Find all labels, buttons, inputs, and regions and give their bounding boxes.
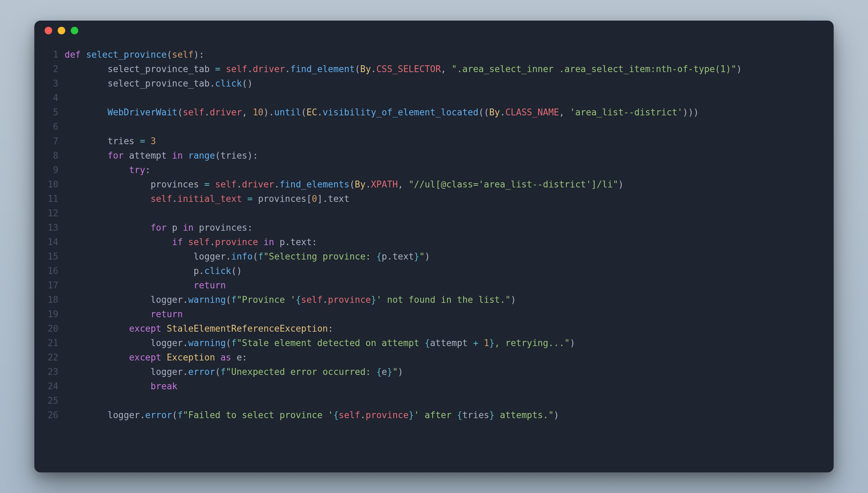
code-line: logger.info(f"Selecting province: {p.tex… bbox=[65, 249, 823, 264]
code-window: 1234567891011121314151617181920212223242… bbox=[34, 21, 834, 472]
line-number: 6 bbox=[38, 119, 58, 134]
line-number: 21 bbox=[38, 336, 58, 350]
line-number: 25 bbox=[38, 393, 58, 408]
close-icon[interactable] bbox=[45, 27, 52, 34]
line-number: 22 bbox=[38, 350, 58, 365]
code-line: if self.province in p.text: bbox=[65, 235, 823, 249]
line-number-gutter: 1234567891011121314151617181920212223242… bbox=[38, 47, 65, 422]
line-number: 15 bbox=[38, 249, 58, 264]
line-number: 10 bbox=[38, 177, 58, 192]
line-number: 1 bbox=[38, 47, 58, 62]
line-number: 11 bbox=[38, 192, 58, 206]
line-number: 5 bbox=[38, 105, 58, 119]
code-line: p.click() bbox=[65, 264, 823, 278]
code-line: for attempt in range(tries): bbox=[65, 148, 823, 163]
code-content: def select_province(self): select_provin… bbox=[65, 47, 823, 422]
code-line: select_province_tab = self.driver.find_e… bbox=[65, 62, 823, 76]
line-number: 4 bbox=[38, 91, 58, 105]
code-line: except Exception as e: bbox=[65, 350, 823, 365]
code-line: return bbox=[65, 278, 823, 293]
line-number: 24 bbox=[38, 379, 58, 393]
code-line: self.initial_text = provinces[0].text bbox=[65, 192, 823, 206]
code-line bbox=[65, 119, 823, 134]
code-editor: 1234567891011121314151617181920212223242… bbox=[34, 41, 834, 433]
line-number: 12 bbox=[38, 206, 58, 220]
line-number: 14 bbox=[38, 235, 58, 249]
code-line: for p in provinces: bbox=[65, 220, 823, 235]
code-line: try: bbox=[65, 163, 823, 177]
code-line: logger.error(f"Failed to select province… bbox=[65, 408, 823, 422]
code-line bbox=[65, 393, 823, 408]
line-number: 16 bbox=[38, 264, 58, 278]
code-line: logger.error(f"Unexpected error occurred… bbox=[65, 365, 823, 379]
code-line: except StaleElementReferenceException: bbox=[65, 321, 823, 336]
code-line: WebDriverWait(self.driver, 10).until(EC.… bbox=[65, 105, 823, 119]
line-number: 8 bbox=[38, 148, 58, 163]
code-line bbox=[65, 91, 823, 105]
line-number: 23 bbox=[38, 365, 58, 379]
code-line: provinces = self.driver.find_elements(By… bbox=[65, 177, 823, 192]
line-number: 3 bbox=[38, 76, 58, 91]
line-number: 20 bbox=[38, 321, 58, 336]
line-number: 18 bbox=[38, 293, 58, 307]
code-line: logger.warning(f"Province '{self.provinc… bbox=[65, 293, 823, 307]
window-titlebar bbox=[34, 21, 834, 41]
code-line bbox=[65, 206, 823, 220]
line-number: 7 bbox=[38, 134, 58, 148]
code-line: select_province_tab.click() bbox=[65, 76, 823, 91]
code-line: return bbox=[65, 307, 823, 321]
minimize-icon[interactable] bbox=[58, 27, 65, 34]
line-number: 26 bbox=[38, 408, 58, 422]
line-number: 17 bbox=[38, 278, 58, 293]
line-number: 13 bbox=[38, 220, 58, 235]
code-line: tries = 3 bbox=[65, 134, 823, 148]
code-line: logger.warning(f"Stale element detected … bbox=[65, 336, 823, 350]
code-line: def select_province(self): bbox=[65, 47, 823, 62]
line-number: 2 bbox=[38, 62, 58, 76]
zoom-icon[interactable] bbox=[71, 27, 78, 34]
line-number: 19 bbox=[38, 307, 58, 321]
code-line: break bbox=[65, 379, 823, 393]
line-number: 9 bbox=[38, 163, 58, 177]
